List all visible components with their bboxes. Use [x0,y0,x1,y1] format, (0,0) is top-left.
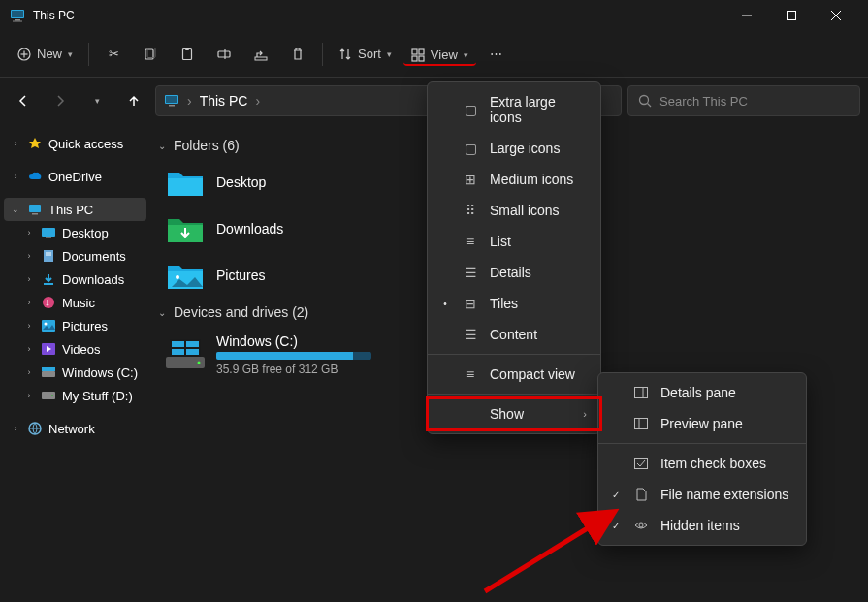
svg-rect-5 [788,12,796,20]
drive-icon [166,339,205,370]
delete-button[interactable] [281,42,314,67]
sidebar-item-quick-access[interactable]: › Quick access [4,132,146,155]
svg-point-38 [45,323,48,326]
music-icon [41,295,56,310]
svg-point-49 [176,275,179,279]
chevron-right-icon: › [255,93,260,109]
sidebar-item-network[interactable]: › Network [4,417,146,440]
sort-button[interactable]: Sort ▾ [331,41,400,67]
minimize-button[interactable] [724,0,769,31]
paste-button[interactable] [171,42,204,67]
menu-item-details-pane[interactable]: Details pane [598,377,806,408]
list-icon: ≡ [463,234,478,249]
desktop-icon [41,225,56,240]
sidebar-item-desktop[interactable]: ›Desktop [17,221,146,244]
menu-item-tiles[interactable]: •⊟Tiles [428,288,600,319]
tiles-icon: ⊟ [463,296,478,311]
folder-icon [166,167,205,198]
view-button[interactable]: View ▾ [403,42,476,66]
close-button[interactable] [814,0,858,31]
sidebar-item-label: My Stuff (D:) [62,389,133,403]
sidebar-item-my-stuff-d[interactable]: ›My Stuff (D:) [17,384,146,407]
sidebar-item-label: Desktop [62,226,109,240]
network-icon [27,421,43,436]
menu-item-details[interactable]: ☰Details [428,257,600,288]
cloud-icon [27,169,43,184]
share-button[interactable] [244,42,277,67]
chevron-down-icon: ⌄ [158,307,166,318]
chevron-right-icon: › [10,139,21,148]
grid-icon: ⊞ [463,172,478,187]
search-box[interactable]: Search This PC [627,85,860,116]
svg-rect-23 [166,96,177,103]
svg-rect-53 [172,341,184,347]
svg-rect-54 [186,341,199,347]
breadcrumb-location[interactable]: This PC [200,93,248,109]
menu-item-compact[interactable]: ≡Compact view [428,359,600,390]
toolbar-separator [88,43,89,66]
menu-item-xl-icons[interactable]: ▢Extra large icons [428,86,600,133]
new-label: New [37,47,62,61]
forward-button[interactable] [45,85,76,116]
chevron-right-icon: › [10,172,21,181]
menu-item-content[interactable]: ☰Content [428,319,600,350]
sidebar-item-videos[interactable]: ›Videos [17,337,146,361]
chevron-right-icon: › [23,274,35,284]
svg-rect-14 [185,48,189,50]
copy-button[interactable] [134,42,167,67]
svg-rect-1 [12,11,23,17]
svg-point-25 [640,96,649,105]
sidebar-item-onedrive[interactable]: › OneDrive [4,165,146,188]
back-button[interactable] [8,85,39,116]
svg-marker-27 [29,138,41,148]
menu-item-lg-icons[interactable]: ▢Large icons [428,133,600,164]
svg-point-51 [198,362,201,364]
folder-icon [166,213,205,244]
recent-button[interactable]: ▾ [81,85,113,116]
eye-icon [633,521,649,530]
check-icon: ✓ [610,490,622,500]
grid-icon: ▢ [463,102,478,117]
details-icon: ☰ [463,265,478,280]
menu-item-item-check[interactable]: Item check boxes [598,448,806,479]
menu-item-hidden[interactable]: ✓Hidden items [598,510,806,541]
check-icon: ✓ [610,521,622,531]
svg-rect-13 [183,48,192,59]
documents-icon [41,248,56,264]
folder-label: Pictures [216,268,266,283]
up-button[interactable] [118,85,149,116]
menu-item-show[interactable]: Show› [428,398,600,429]
section-label: Folders (6) [174,138,240,153]
sidebar-item-this-pc[interactable]: ⌄ This PC [4,198,146,221]
show-menu: Details pane Preview pane Item check box… [597,372,807,546]
chevron-right-icon: › [187,93,192,109]
more-button[interactable]: ⋯ [480,41,513,67]
chevron-right-icon: › [23,367,35,377]
chevron-right-icon: › [10,424,21,433]
svg-rect-17 [255,57,267,60]
sort-label: Sort [358,47,381,61]
maximize-button[interactable] [769,0,814,31]
sidebar: › Quick access › OneDrive ⌄ This PC ›Des… [0,124,150,602]
rename-icon [217,48,231,61]
menu-item-file-ext[interactable]: ✓File name extensions [598,479,806,510]
chevron-down-icon: ▾ [464,50,468,60]
menu-item-sm-icons[interactable]: ⠿Small icons [428,195,600,226]
sidebar-item-windows-c[interactable]: ›Windows (C:) [17,361,146,384]
rename-button[interactable] [208,42,241,67]
menu-item-md-icons[interactable]: ⊞Medium icons [428,164,600,195]
sidebar-item-downloads[interactable]: ›Downloads [17,268,146,291]
folder-icon [166,260,205,291]
new-button[interactable]: New ▾ [10,41,80,67]
menu-item-preview-pane[interactable]: Preview pane [598,408,806,439]
cut-button[interactable]: ✂ [97,41,130,67]
sidebar-item-label: Quick access [48,137,123,151]
chevron-right-icon: › [23,228,35,238]
sidebar-item-documents[interactable]: ›Documents [17,244,146,268]
toolbar: New ▾ ✂ Sort ▾ View ▾ ⋯ [0,31,868,78]
svg-rect-42 [42,367,55,371]
sidebar-item-music[interactable]: ›Music [17,291,146,314]
menu-item-list[interactable]: ≡List [428,226,600,257]
sidebar-item-pictures[interactable]: ›Pictures [17,314,146,337]
drive-icon [41,388,56,403]
